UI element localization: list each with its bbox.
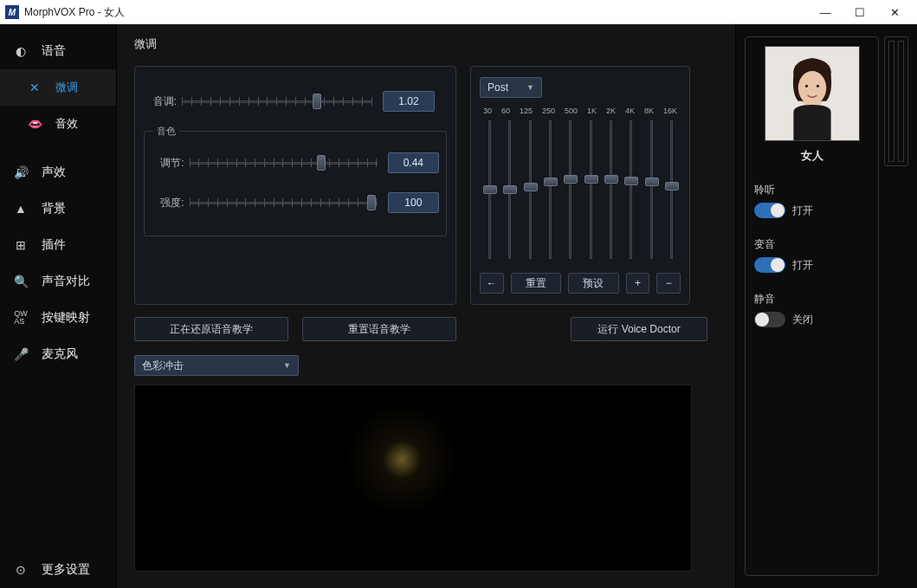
search-icon: 🔍 xyxy=(12,275,29,288)
sidebar-item-plugins[interactable]: ⊞ 插件 xyxy=(0,227,116,263)
eq-band-slider[interactable] xyxy=(524,120,536,259)
pitch-slider[interactable] xyxy=(182,95,372,107)
eq-reset-button[interactable]: 重置 xyxy=(511,273,562,294)
viz-mode-dropdown[interactable]: 色彩冲击 ▼ xyxy=(134,355,299,376)
eq-band-slider[interactable] xyxy=(624,120,636,259)
profile-avatar xyxy=(765,46,860,141)
listen-label: 聆听 xyxy=(754,183,869,197)
sidebar-label: 插件 xyxy=(42,237,66,253)
morph-label: 变音 xyxy=(754,237,869,252)
svg-point-2 xyxy=(798,71,825,105)
sidebar-label: 微调 xyxy=(55,80,78,95)
eq-mode-dropdown[interactable]: Post ▼ xyxy=(480,77,542,98)
speaker-icon: 🔊 xyxy=(12,165,29,179)
sidebar-item-background[interactable]: ▲ 背景 xyxy=(0,191,116,227)
strength-slider[interactable] xyxy=(190,197,378,209)
minimize-button[interactable]: — xyxy=(808,1,843,23)
eq-band-slider[interactable] xyxy=(665,120,677,259)
sidebar-item-compare[interactable]: 🔍 声音对比 xyxy=(0,263,116,300)
pitch-slider-row: 音调: 1.02 xyxy=(144,91,447,112)
pitch-value: 1.02 xyxy=(383,91,435,112)
sidebar-label: 按键映射 xyxy=(42,310,90,326)
sliders-panel: 音调: 1.02 音色 调节: xyxy=(134,66,456,305)
content-area: 微调 音调: 1.02 音色 调节: xyxy=(117,24,735,588)
morph-toggle[interactable] xyxy=(754,257,785,273)
eq-band-slider[interactable] xyxy=(645,120,657,259)
reset-teach-button[interactable]: 重置语音教学 xyxy=(302,317,456,341)
equalizer-panel: Post ▼ 30601252505001K2K4K8K16K ← 重置 预设 … xyxy=(470,66,690,305)
sidebar-item-keymap[interactable]: QWAS 按键映射 xyxy=(0,300,116,336)
profile-name: 女人 xyxy=(754,148,869,164)
titlebar: M MorphVOX Pro - 女人 — ☐ ✕ xyxy=(0,0,917,24)
eq-reset-pre-button[interactable]: ← xyxy=(480,273,504,294)
strength-slider-row: 强度: 100 xyxy=(152,192,439,213)
voice-icon: ◐ xyxy=(12,44,29,58)
sidebar-item-more[interactable]: ⊙ 更多设置 xyxy=(0,552,116,588)
adjust-slider[interactable] xyxy=(190,157,378,169)
timbre-fieldset: 音色 调节: 0.44 强度: xyxy=(144,131,447,236)
tools-icon: ✕ xyxy=(26,81,43,94)
sidebar-label: 更多设置 xyxy=(42,562,90,578)
eq-band-slider[interactable] xyxy=(604,120,617,259)
sidebar-item-voice[interactable]: ◐ 语音 xyxy=(0,33,116,69)
eq-band-slider[interactable] xyxy=(483,120,495,259)
mute-state: 关闭 xyxy=(792,313,813,327)
eq-preset-button[interactable]: 预设 xyxy=(568,273,619,294)
eq-band-labels: 30601252505001K2K4K8K16K xyxy=(480,107,681,115)
mute-toggle[interactable] xyxy=(754,312,785,327)
eq-band-slider[interactable] xyxy=(584,120,597,259)
page-title: 微调 xyxy=(134,36,718,52)
eq-mode-value: Post xyxy=(488,81,508,94)
listen-toggle[interactable] xyxy=(754,203,785,218)
eq-band-slider[interactable] xyxy=(564,120,576,259)
gear-icon: ⊙ xyxy=(12,563,29,577)
eq-band-slider[interactable] xyxy=(503,120,515,259)
sidebar-label: 声效 xyxy=(42,165,66,180)
profile-panel: 女人 聆听 打开 变音 打开 静音 关闭 xyxy=(735,24,917,588)
listen-state: 打开 xyxy=(792,204,813,218)
svg-point-4 xyxy=(816,85,818,87)
adjust-label: 调节: xyxy=(152,156,190,171)
sidebar-item-sound[interactable]: 🔊 声效 xyxy=(0,154,116,191)
level-meter xyxy=(884,36,908,166)
sidebar-item-finetune[interactable]: ✕ 微调 xyxy=(0,69,116,106)
close-button[interactable]: ✕ xyxy=(877,1,912,23)
window-title: MorphVOX Pro - 女人 xyxy=(24,5,808,20)
strength-label: 强度: xyxy=(152,196,190,210)
mountain-icon: ▲ xyxy=(12,202,29,216)
chevron-down-icon: ▼ xyxy=(526,83,534,92)
keyboard-icon: QWAS xyxy=(12,311,29,325)
strength-value: 100 xyxy=(388,192,439,213)
sidebar-label: 音效 xyxy=(55,116,78,132)
lips-icon: 👄 xyxy=(26,117,43,131)
sidebar-label: 声音对比 xyxy=(42,274,90,289)
sidebar-label: 麦克风 xyxy=(42,346,78,362)
sidebar-item-mic[interactable]: 🎤 麦克风 xyxy=(0,336,116,372)
voice-doctor-button[interactable]: 运行 Voice Doctor xyxy=(571,317,707,341)
mute-label: 静音 xyxy=(754,292,869,307)
eq-band-slider[interactable] xyxy=(544,120,556,259)
adjust-value: 0.44 xyxy=(388,152,439,173)
svg-point-3 xyxy=(804,85,807,87)
plugin-icon: ⊞ xyxy=(12,238,29,252)
viz-mode-value: 色彩冲击 xyxy=(142,359,184,373)
sidebar-label: 语音 xyxy=(42,43,66,59)
adjust-slider-row: 调节: 0.44 xyxy=(152,152,439,173)
eq-bars xyxy=(480,115,681,268)
maximize-button[interactable]: ☐ xyxy=(843,1,877,23)
sidebar-label: 背景 xyxy=(42,201,66,216)
mic-icon: 🎤 xyxy=(12,347,29,361)
eq-minus-button[interactable]: − xyxy=(656,273,681,294)
sidebar: ◐ 语音 ✕ 微调 👄 音效 🔊 声效 ▲ 背景 ⊞ 插件 🔍 声音对比 QWA… xyxy=(0,24,117,588)
restore-button[interactable]: 正在还原语音教学 xyxy=(134,317,288,341)
eq-plus-button[interactable]: + xyxy=(626,273,650,294)
chevron-down-icon: ▼ xyxy=(283,361,291,370)
morph-state: 打开 xyxy=(792,258,813,273)
sidebar-item-soundfx[interactable]: 👄 音效 xyxy=(0,106,116,142)
pitch-label: 音调: xyxy=(144,94,182,109)
visualization-area xyxy=(134,384,692,572)
app-logo: M xyxy=(5,5,19,19)
timbre-legend: 音色 xyxy=(153,125,179,138)
